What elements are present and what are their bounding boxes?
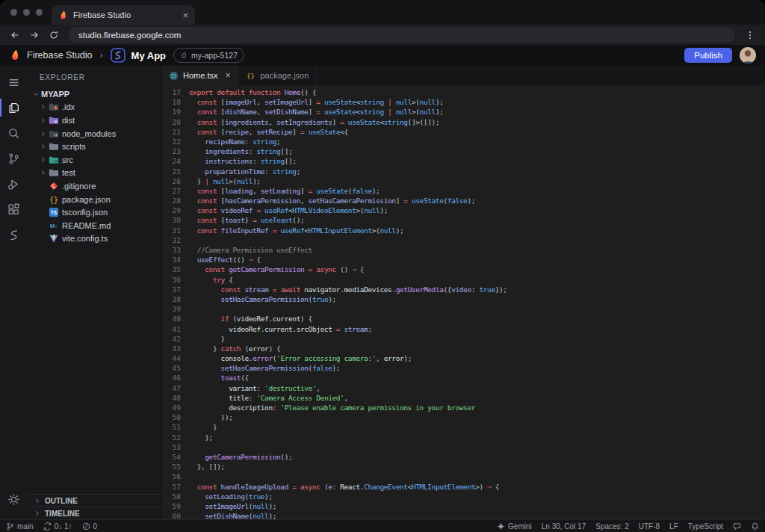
code-line-54[interactable]: 54 getCameraPermission();: [161, 452, 765, 462]
code-line-51[interactable]: 51 }: [161, 422, 765, 432]
tree-item-.idx[interactable]: .idx: [28, 101, 161, 114]
activity-extensions[interactable]: [0, 197, 28, 222]
panel-timeline[interactable]: TIMELINE: [28, 507, 161, 519]
code-line-36[interactable]: 36 try {: [161, 275, 765, 285]
code-line-47[interactable]: 47 variant: 'destructive',: [161, 383, 765, 393]
code-token: getCameraPermission: [229, 265, 304, 274]
code-line-26[interactable]: 26 } | null>(null);: [161, 176, 765, 186]
panel-outline[interactable]: OUTLINE: [28, 494, 161, 507]
code-line-55[interactable]: 55 }, []);: [161, 462, 765, 471]
code-line-20[interactable]: 20 const [ingredients, setIngredients] =…: [161, 117, 765, 127]
code-line-53[interactable]: 53: [161, 442, 765, 452]
code-line-49[interactable]: 49 description: 'Please enable camera pe…: [161, 403, 765, 412]
code-line-33[interactable]: 33 //Camera Permission useEffect: [161, 245, 765, 255]
code-line-59[interactable]: 59 setImageUrl(null);: [161, 501, 765, 511]
code-line-41[interactable]: 41 videoRef.current.srcObject = stream;: [161, 324, 765, 334]
code-line-46[interactable]: 46 toast({: [161, 373, 765, 383]
back-button[interactable]: [6, 27, 24, 43]
encoding[interactable]: UTF-8: [639, 522, 660, 531]
tree-item-node_modules[interactable]: node_modules: [28, 127, 161, 140]
activity-run-debug[interactable]: [0, 171, 28, 197]
code-line-44[interactable]: 44 console.error('Error accessing camera…: [161, 353, 765, 363]
code-line-43[interactable]: 43 } catch (error) {: [161, 344, 765, 353]
code-line-60[interactable]: 60 setDishName(null);: [161, 511, 765, 519]
tab-Home.tsx[interactable]: Home.tsx×: [161, 66, 238, 85]
app-name[interactable]: My App: [131, 50, 166, 61]
code-line-38[interactable]: 38 setHasCameraPermission(true);: [161, 294, 765, 304]
tree-item-dist[interactable]: dist: [28, 114, 161, 127]
code-line-56[interactable]: 56: [161, 471, 765, 481]
forward-button[interactable]: [25, 27, 43, 43]
address-bar[interactable]: studio.firebase.google.com: [69, 27, 735, 43]
indentation[interactable]: Spaces: 2: [595, 522, 628, 531]
code-line-45[interactable]: 45 setHasCameraPermission(false);: [161, 363, 765, 373]
code-token: setHasCameraPermission: [309, 196, 396, 205]
browser-menu-button[interactable]: [741, 27, 759, 43]
code-line-39[interactable]: 39: [161, 304, 765, 314]
tree-item-vite.config.ts[interactable]: vite.config.ts: [28, 232, 161, 246]
code-line-24[interactable]: 24 instructions: string[];: [161, 156, 765, 166]
eol[interactable]: LF: [669, 522, 678, 531]
code-line-50[interactable]: 50 });: [161, 412, 765, 422]
notifications[interactable]: [751, 522, 759, 531]
tab-package.json[interactable]: {}package.json: [238, 66, 317, 85]
code-line-32[interactable]: 32: [161, 235, 765, 245]
brand-title[interactable]: Firebase Studio: [27, 50, 93, 61]
maximize-window-button[interactable]: [36, 9, 43, 16]
code-token: null: [396, 107, 412, 117]
code-line-58[interactable]: 58 setLoading(true);: [161, 492, 765, 501]
problems-status[interactable]: 0: [82, 522, 98, 531]
code-line-17[interactable]: 17export default function Home() {: [161, 87, 765, 97]
tree-item-test[interactable]: test: [28, 167, 161, 180]
code-line-52[interactable]: 52 };: [161, 433, 765, 442]
tree-root[interactable]: MYAPP: [28, 87, 161, 101]
code-line-23[interactable]: 23 ingredients: string[];: [161, 146, 765, 156]
code-line-37[interactable]: 37 const stream = await navigator.mediaD…: [161, 285, 765, 294]
code-line-35[interactable]: 35 const getCameraPermission = async () …: [161, 265, 765, 274]
publish-button[interactable]: Publish: [684, 48, 732, 63]
code-line-40[interactable]: 40 if (videoRef.current) {: [161, 314, 765, 324]
activity-settings[interactable]: [0, 486, 28, 512]
language-mode[interactable]: TypeScript: [688, 522, 723, 531]
code-line-18[interactable]: 18 const [imageUrl, setImageUrl] = useSt…: [161, 97, 765, 107]
activity-source-control[interactable]: [0, 146, 28, 171]
sync-status[interactable]: 0↓ 1↑: [43, 522, 72, 531]
gemini-status[interactable]: Gemini: [497, 522, 532, 531]
tab-close-icon[interactable]: ×: [225, 70, 230, 81]
activity-explorer[interactable]: [0, 95, 28, 120]
code-line-22[interactable]: 22 recipeName: string;: [161, 137, 765, 146]
tab-close-icon[interactable]: ×: [182, 10, 188, 20]
tree-item-.gitignore[interactable]: .gitignore: [28, 179, 161, 193]
cursor-position[interactable]: Ln 30, Col 17: [542, 522, 586, 531]
tree-item-README.md[interactable]: M↓README.md: [28, 219, 161, 232]
code-line-48[interactable]: 48 title: 'Camera Access Denied',: [161, 393, 765, 403]
code-line-30[interactable]: 30 const {toast} = useToast();: [161, 215, 765, 225]
code-token: }: [189, 422, 217, 432]
code-line-27[interactable]: 27 const [loading, setLoading] = useStat…: [161, 186, 765, 196]
code-line-28[interactable]: 28 const [hasCameraPermission, setHasCam…: [161, 196, 765, 205]
code-line-25[interactable]: 25 preparationTime: string;: [161, 167, 765, 176]
avatar[interactable]: [740, 47, 756, 64]
code-line-42[interactable]: 42 }: [161, 334, 765, 344]
workspace-badge[interactable]: my-app-5127: [173, 48, 244, 63]
tree-item-src[interactable]: src: [28, 153, 161, 167]
activity-firebase-studio[interactable]: [0, 222, 28, 247]
minimize-window-button[interactable]: [23, 9, 30, 16]
code-line-34[interactable]: 34 useEffect(() ⇒ {: [161, 255, 765, 265]
code-line-19[interactable]: 19 const [dishName, setDishName] = useSt…: [161, 107, 765, 117]
activity-menu[interactable]: [0, 69, 28, 95]
tree-item-tsconfig.json[interactable]: TStsconfig.json: [28, 205, 161, 219]
browser-tab[interactable]: Firebase Studio ×: [52, 5, 195, 25]
tree-item-package.json[interactable]: {}package.json: [28, 193, 161, 206]
code-editor[interactable]: 17export default function Home() {18 con…: [161, 85, 765, 519]
code-line-57[interactable]: 57 const handleImageUpload = async (e: R…: [161, 482, 765, 492]
close-window-button[interactable]: [10, 9, 17, 16]
feedback[interactable]: [733, 522, 741, 531]
branch-status[interactable]: main: [6, 522, 34, 531]
code-line-21[interactable]: 21 const [recipe, setRecipe] = useState<…: [161, 127, 765, 137]
code-line-29[interactable]: 29 const videoRef = useRef<HTMLVideoElem…: [161, 205, 765, 215]
code-line-31[interactable]: 31 const fileInputRef = useRef<HTMLInput…: [161, 226, 765, 235]
reload-button[interactable]: [45, 27, 63, 43]
tree-item-scripts[interactable]: scripts: [28, 140, 161, 153]
activity-search[interactable]: [0, 120, 28, 146]
